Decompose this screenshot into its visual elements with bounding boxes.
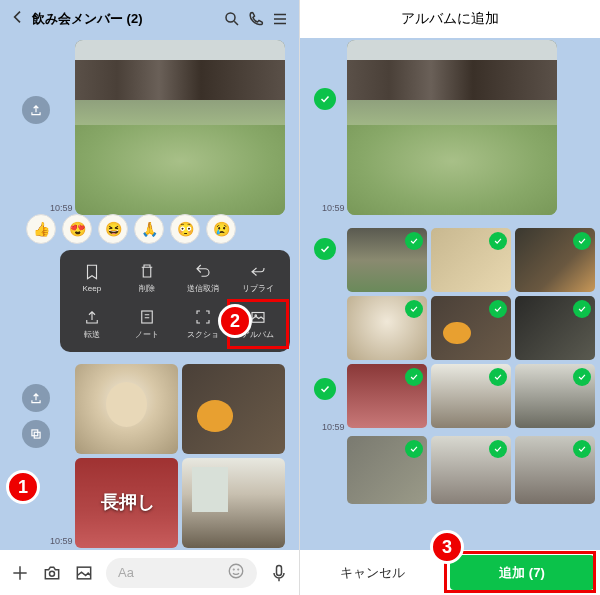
longpress-label: 長押し xyxy=(101,490,155,514)
plus-icon[interactable] xyxy=(10,563,30,583)
thumb-check[interactable] xyxy=(405,368,423,386)
timestamp: 10:59 xyxy=(50,536,73,546)
timestamp: 10:59 xyxy=(322,422,345,432)
chat-photo-thumb[interactable] xyxy=(182,364,285,454)
svg-point-8 xyxy=(229,564,243,578)
picker-photo-large[interactable] xyxy=(347,40,557,215)
ctx-note[interactable]: ノート xyxy=(120,304,176,344)
reaction-cry[interactable]: 😢 xyxy=(206,214,236,244)
picker-thumb[interactable] xyxy=(515,228,595,292)
add-button[interactable]: 追加 (7) xyxy=(450,555,594,590)
picker-thumb[interactable] xyxy=(347,436,427,504)
gallery-icon[interactable] xyxy=(74,563,94,583)
svg-point-10 xyxy=(238,569,239,570)
picker-title: アルバムに追加 xyxy=(401,10,499,28)
ctx-label: スクショ xyxy=(187,329,219,340)
emoji-icon[interactable] xyxy=(227,562,245,583)
svg-point-0 xyxy=(226,13,235,22)
picker-thumb[interactable] xyxy=(515,296,595,360)
reaction-hearteyes[interactable]: 😍 xyxy=(62,214,92,244)
chat-photo-thumb[interactable] xyxy=(75,364,178,454)
picker-thumb[interactable] xyxy=(347,296,427,360)
annotation-badge-1: 1 xyxy=(6,470,40,504)
picker-thumb[interactable] xyxy=(347,364,427,428)
thumb-check[interactable] xyxy=(573,300,591,318)
back-button[interactable] xyxy=(10,9,26,30)
picker-thumb[interactable] xyxy=(431,296,511,360)
chat-input-bar: Aa xyxy=(0,550,299,595)
mic-icon[interactable] xyxy=(269,563,289,583)
chat-screen: 飲み会メンバー (2) 10:59 👍 😍 😆 🙏 😳 😢 Keep 削除 xyxy=(0,0,300,595)
annotation-badge-3: 3 xyxy=(430,530,464,564)
phone-icon[interactable] xyxy=(247,10,265,28)
chat-photo-large[interactable] xyxy=(75,40,285,215)
ctx-label: Keep xyxy=(82,284,101,293)
ctx-label: リプライ xyxy=(242,283,274,294)
chat-photo-thumb[interactable] xyxy=(182,458,285,548)
picker-thumb[interactable] xyxy=(347,228,427,292)
share-bubble-button[interactable] xyxy=(22,96,50,124)
ctx-label: 転送 xyxy=(84,329,100,340)
selection-check[interactable] xyxy=(314,88,336,110)
timestamp: 10:59 xyxy=(50,203,73,213)
svg-point-9 xyxy=(233,569,234,570)
picker-body: 10:59 10:59 xyxy=(300,38,600,550)
svg-rect-1 xyxy=(142,311,153,323)
ctx-label: ノート xyxy=(135,329,159,340)
chat-photo-grid: 長押し xyxy=(75,364,285,548)
cancel-button[interactable]: キャンセル xyxy=(300,550,444,595)
album-picker-screen: アルバムに追加 10:59 10:59 xyxy=(300,0,600,595)
thumb-check[interactable] xyxy=(489,300,507,318)
reaction-bar: 👍 😍 😆 🙏 😳 😢 xyxy=(26,214,236,244)
reaction-pray[interactable]: 🙏 xyxy=(134,214,164,244)
reaction-thumbsup[interactable]: 👍 xyxy=(26,214,56,244)
reaction-laugh[interactable]: 😆 xyxy=(98,214,128,244)
picker-thumb[interactable] xyxy=(431,364,511,428)
svg-rect-11 xyxy=(277,565,282,575)
svg-point-6 xyxy=(50,571,55,576)
ctx-label: 削除 xyxy=(139,283,155,294)
share-bubble-button-2[interactable] xyxy=(22,384,50,412)
ctx-unsend[interactable]: 送信取消 xyxy=(175,258,231,298)
menu-icon[interactable] xyxy=(271,10,289,28)
picker-thumb[interactable] xyxy=(515,436,595,504)
message-input[interactable]: Aa xyxy=(106,558,257,588)
chat-header: 飲み会メンバー (2) xyxy=(0,0,299,38)
search-icon[interactable] xyxy=(223,10,241,28)
camera-icon[interactable] xyxy=(42,563,62,583)
chat-title: 飲み会メンバー (2) xyxy=(32,10,217,28)
timestamp: 10:59 xyxy=(322,203,345,213)
thumb-check[interactable] xyxy=(573,368,591,386)
ctx-forward[interactable]: 転送 xyxy=(64,304,120,344)
picker-thumb[interactable] xyxy=(515,364,595,428)
thumb-check[interactable] xyxy=(405,440,423,458)
ctx-keep[interactable]: Keep xyxy=(64,258,120,298)
thumb-check[interactable] xyxy=(573,232,591,250)
picker-grid xyxy=(347,228,595,428)
picker-thumb[interactable] xyxy=(431,228,511,292)
picker-thumb[interactable] xyxy=(431,436,511,504)
thumb-check[interactable] xyxy=(573,440,591,458)
chat-photo-thumb-longpress[interactable]: 長押し xyxy=(75,458,178,548)
ctx-delete[interactable]: 削除 xyxy=(120,258,176,298)
thumb-check[interactable] xyxy=(405,300,423,318)
thumb-check[interactable] xyxy=(489,368,507,386)
ctx-reply[interactable]: リプライ xyxy=(231,258,287,298)
copy-bubble-button[interactable] xyxy=(22,420,50,448)
reaction-flushed[interactable]: 😳 xyxy=(170,214,200,244)
picker-header: アルバムに追加 xyxy=(300,0,600,38)
chat-body: 10:59 👍 😍 😆 🙏 😳 😢 Keep 削除 送信取消 リプライ 転送 ノ… xyxy=(0,38,299,550)
ctx-label: 送信取消 xyxy=(187,283,219,294)
thumb-check[interactable] xyxy=(405,232,423,250)
thumb-check[interactable] xyxy=(489,440,507,458)
thumb-check[interactable] xyxy=(489,232,507,250)
selection-check[interactable] xyxy=(314,238,336,260)
selection-check[interactable] xyxy=(314,378,336,400)
annotation-badge-2: 2 xyxy=(218,304,252,338)
input-placeholder: Aa xyxy=(118,565,134,580)
